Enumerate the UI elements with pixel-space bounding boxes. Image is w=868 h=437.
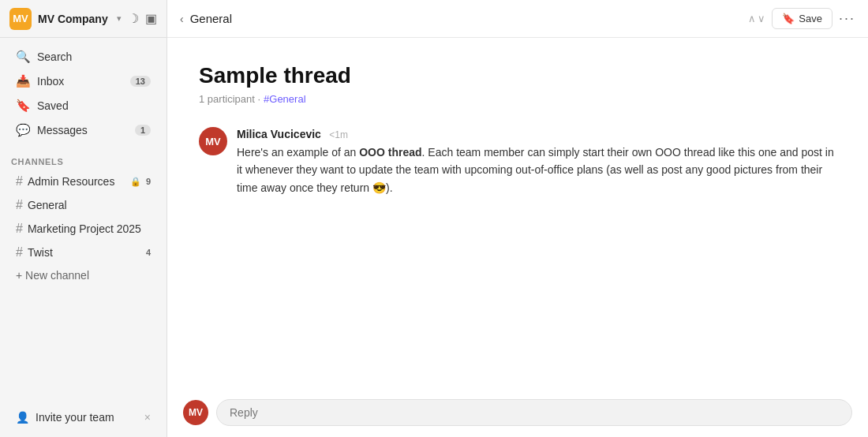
channel-name-general: General	[28, 199, 151, 211]
hash-icon: #	[16, 174, 23, 189]
new-channel-label: + New channel	[16, 269, 89, 282]
main-header: ‹ General ∧ ∨ 🔖 Save ···	[167, 0, 868, 38]
thread-meta: 1 participant · #General	[199, 93, 836, 105]
channel-name-twist: Twist	[28, 246, 141, 259]
reply-avatar: MV	[183, 400, 208, 425]
nav-arrows: ∧ ∨	[748, 13, 765, 24]
hash-icon: #	[16, 245, 23, 260]
thread-participants: 1 participant ·	[199, 93, 260, 105]
reply-input[interactable]	[216, 399, 852, 426]
layout-icon[interactable]: ▣	[145, 11, 157, 26]
message-author: Milica Vucicevic	[237, 128, 321, 140]
save-label: Save	[799, 13, 822, 24]
lock-icon: 🔒	[130, 177, 141, 187]
invite-icon: 👤	[16, 411, 29, 424]
inbox-label: Inbox	[37, 75, 124, 88]
channel-item-twist[interactable]: # Twist 4	[5, 241, 162, 263]
inbox-icon: 📥	[16, 74, 31, 88]
thread-channel-link[interactable]: #General	[264, 93, 305, 105]
messages-label: Messages	[37, 124, 129, 136]
sidebar-item-search[interactable]: 🔍 Search	[5, 45, 162, 69]
thread-title: Sample thread	[199, 63, 836, 88]
invite-team-button[interactable]: 👤 Invite your team ×	[5, 406, 162, 428]
channel-item-admin-resources[interactable]: # Admin Resources 🔒 9	[5, 170, 162, 192]
hash-icon: #	[16, 198, 23, 212]
more-options-button[interactable]: ···	[839, 10, 855, 27]
invite-close-button[interactable]: ×	[144, 411, 151, 424]
messages-icon: 💬	[16, 123, 31, 137]
sidebar-nav: 🔍 Search 📥 Inbox 13 🔖 Saved 💬 Messages 1	[0, 38, 166, 149]
channel-name-marketing: Marketing Project 2025	[28, 222, 151, 235]
down-arrow-button[interactable]: ∨	[758, 13, 765, 24]
company-logo: MV	[9, 8, 32, 30]
channel-badge-admin-resources: 9	[146, 177, 151, 186]
bookmark-icon: 🔖	[782, 13, 795, 24]
sidebar-header: MV MV Company ▾ ☽ ▣	[0, 0, 166, 38]
sidebar-item-messages[interactable]: 💬 Messages 1	[5, 118, 162, 142]
saved-label: Saved	[37, 99, 151, 112]
messages-badge: 1	[135, 125, 151, 136]
sidebar-item-inbox[interactable]: 📥 Inbox 13	[5, 69, 162, 93]
main-panel: ‹ General ∧ ∨ 🔖 Save ··· Sample thread 1…	[167, 0, 868, 437]
moon-icon[interactable]: ☽	[128, 11, 139, 26]
channel-name-admin-resources: Admin Resources	[28, 175, 125, 188]
channels-section-label: Channels	[0, 149, 166, 170]
header-actions: ∧ ∨ 🔖 Save ···	[748, 8, 855, 29]
channel-item-general[interactable]: # General	[5, 194, 162, 216]
back-button[interactable]: ‹	[180, 13, 184, 25]
message-time: <1m	[329, 129, 348, 140]
new-channel-button[interactable]: + New channel	[5, 265, 162, 286]
save-button[interactable]: 🔖 Save	[772, 8, 832, 29]
saved-icon: 🔖	[16, 99, 31, 113]
message-text: Here's an example of an OOO thread. Each…	[237, 144, 836, 196]
hash-icon: #	[16, 222, 23, 236]
sidebar: MV MV Company ▾ ☽ ▣ 🔍 Search 📥 Inbox 13 …	[0, 0, 167, 437]
invite-label: Invite your team	[36, 411, 138, 424]
sidebar-item-saved[interactable]: 🔖 Saved	[5, 94, 162, 118]
company-name: MV Company	[38, 13, 110, 25]
thread-content: Sample thread 1 participant · #General M…	[167, 38, 868, 391]
message-row: MV Milica Vucicevic <1m Here's an exampl…	[199, 127, 836, 196]
sidebar-bottom: 👤 Invite your team ×	[0, 406, 166, 437]
message-text-before: Here's an example of an	[237, 146, 359, 159]
avatar: MV	[199, 127, 227, 155]
channel-item-marketing[interactable]: # Marketing Project 2025	[5, 218, 162, 240]
search-label: Search	[37, 50, 151, 63]
channel-badge-twist: 4	[146, 248, 151, 257]
header-channel-name: General	[190, 12, 743, 25]
message-body: Milica Vucicevic <1m Here's an example o…	[237, 127, 836, 196]
inbox-badge: 13	[130, 76, 151, 87]
chevron-down-icon[interactable]: ▾	[117, 13, 122, 24]
search-icon: 🔍	[16, 50, 31, 64]
reply-bar: MV	[167, 391, 868, 437]
header-icons: ☽ ▣	[128, 11, 157, 26]
up-arrow-button[interactable]: ∧	[748, 13, 756, 24]
message-bold-text: OOO thread	[359, 146, 421, 159]
